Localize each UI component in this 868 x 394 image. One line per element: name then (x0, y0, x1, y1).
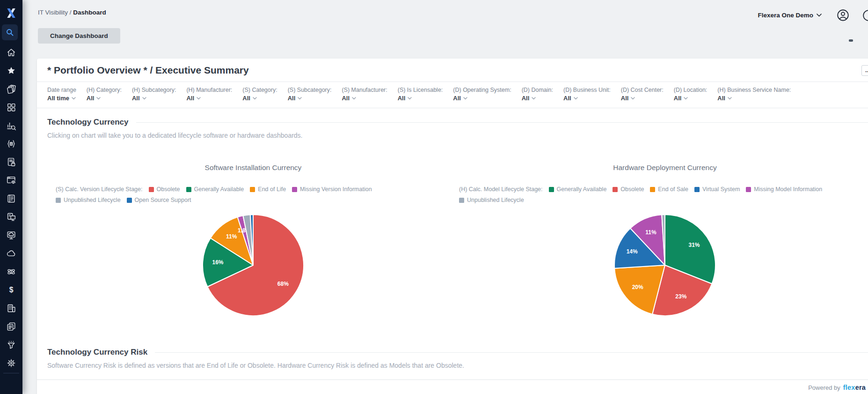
filter-value: All (674, 95, 682, 102)
legend-item[interactable]: Obsolete (613, 186, 644, 193)
sidebar-item-pages[interactable] (2, 317, 21, 335)
legend-title: (S) Calc. Version Lifecycle Stage: (56, 186, 143, 193)
account-switcher[interactable]: Flexera One Demo (758, 12, 822, 19)
filter-value: All (132, 95, 140, 102)
sidebar-item-app-fingerprint[interactable] (2, 171, 21, 189)
legend-item[interactable]: End of Sale (650, 186, 688, 193)
filter-d-cost-center: (D) Cost Center: All (621, 87, 664, 102)
filter-value: All (242, 95, 250, 102)
legend-item[interactable]: Generally Available (186, 186, 244, 193)
filter-value-dropdown[interactable]: All (398, 95, 443, 102)
chevron-down-icon (352, 97, 356, 100)
page-title: * Portfolio Overview * / Executive Summa… (47, 65, 249, 76)
hardware-currency-chart: Hardware Deployment Currency(H) Calc. Mo… (459, 149, 868, 321)
notification-dot (849, 39, 853, 42)
filter-value-dropdown[interactable]: All (132, 95, 176, 102)
pie-slice-label: 14% (627, 248, 638, 255)
sidebar-item-catalog[interactable] (2, 80, 21, 98)
legend-swatch (127, 198, 132, 203)
software-currency-chart: Software Installation Currency(S) Calc. … (47, 149, 459, 321)
sidebar-item-monitor-cloud[interactable] (2, 226, 21, 244)
filter-bar: Date range All time(H) Category: All(H) … (37, 82, 868, 108)
sidebar-item-spend[interactable]: $ (2, 281, 21, 299)
sidebar-item-dashboard[interactable] (2, 98, 21, 116)
help-icon[interactable] (862, 9, 868, 22)
filter-value-dropdown[interactable]: All (342, 95, 387, 102)
footer: Powered by flexera (37, 379, 868, 394)
legend-label: Generally Available (194, 186, 244, 193)
filter-h-category: (H) Category: All (87, 87, 122, 102)
filter-label: (D) Business Unit: (563, 87, 611, 93)
section-heading: Technology Currency (47, 118, 129, 127)
chevron-down-icon (298, 97, 302, 100)
legend-item[interactable]: Generally Available (549, 186, 607, 193)
sidebar-item-settings[interactable] (2, 354, 21, 372)
chevron-down-icon (574, 97, 578, 100)
sidebar-item-home[interactable] (2, 43, 21, 61)
sidebar-item-cloud[interactable] (2, 244, 21, 262)
legend-label: Obsolete (620, 186, 644, 193)
legend-label: Open Source Support (135, 197, 191, 203)
card-menu-button[interactable]: ... (861, 65, 868, 76)
pages-icon (6, 321, 16, 332)
pie-slice-label: 68% (277, 281, 289, 287)
filter-value-dropdown[interactable]: All (87, 95, 122, 102)
user-avatar-icon[interactable] (837, 9, 849, 22)
breadcrumb-section[interactable]: IT Visibility (38, 9, 68, 16)
flexera-logo-icon[interactable] (5, 7, 18, 20)
filter-value-dropdown[interactable]: All (186, 95, 232, 102)
filter-label: (D) Domain: (522, 87, 553, 93)
legend-item[interactable]: Open Source Support (127, 197, 191, 203)
filter-label: (S) Category: (242, 87, 277, 93)
chevron-down-icon (817, 14, 822, 17)
section-subtitle: Clicking on chart will take you to a ded… (37, 132, 868, 139)
sidebar-item-funnel[interactable] (2, 335, 21, 354)
filter-value-dropdown[interactable]: All (453, 95, 511, 102)
pie-chart[interactable]: 68%16%11%1.8% (197, 211, 309, 321)
filter-s-category: (S) Category: All (242, 87, 277, 102)
filter-value-dropdown[interactable]: All (242, 95, 277, 102)
sidebar-item-code[interactable] (2, 134, 21, 153)
pie-chart[interactable]: 31%23%20%14%11% (609, 211, 721, 321)
filter-value-dropdown[interactable]: All time (47, 95, 76, 102)
filter-value-dropdown[interactable]: All (563, 95, 611, 102)
pie-slice-label: 16% (212, 259, 223, 266)
legend-item[interactable]: Unpublished Lifecycle (56, 197, 121, 203)
chart-search-icon (6, 120, 16, 131)
legend-title: (H) Calc. Model Lifecycle Stage: (459, 186, 543, 193)
legend-item[interactable]: End of Life (250, 186, 286, 193)
sidebar-item-report[interactable] (2, 189, 21, 208)
sidebar-item-document-lock[interactable] (2, 153, 21, 171)
filter-value-dropdown[interactable]: All (717, 95, 791, 102)
filter-value-dropdown[interactable]: All (522, 95, 553, 102)
sidebar-item-organization[interactable] (2, 299, 21, 317)
filter-value-dropdown[interactable]: All (621, 95, 664, 102)
legend-item[interactable]: Missing Version Information (292, 186, 372, 193)
filter-label: (H) Category: (87, 87, 122, 93)
sidebar-item-automation[interactable] (2, 262, 21, 281)
settings-icon (6, 358, 16, 368)
sidebar-item-search[interactable] (2, 24, 18, 40)
pie-slice-label: 31% (688, 242, 700, 248)
legend-item[interactable]: Unpublished Lifecycle (459, 197, 524, 203)
legend-item[interactable]: Obsolete (149, 186, 180, 193)
chevron-down-icon (96, 97, 101, 100)
app-fingerprint-icon (6, 175, 16, 186)
sidebar-item-favorites[interactable] (2, 61, 21, 80)
chevron-down-icon (72, 97, 76, 100)
filter-s-manufacturer: (S) Manufacturer: All (342, 87, 387, 102)
filter-value: All (342, 95, 350, 102)
filter-d-location: (D) Location: All (674, 87, 708, 102)
svg-text:$: $ (9, 286, 14, 294)
legend-item[interactable]: Missing Model Information (746, 186, 822, 193)
filter-value-dropdown[interactable]: All (288, 95, 332, 102)
sidebar-item-devices[interactable] (2, 208, 21, 226)
chevron-down-icon (142, 97, 146, 100)
chevron-down-icon (408, 97, 412, 100)
sidebar-item-chart-search[interactable] (2, 116, 21, 134)
filter-value: All (453, 95, 461, 102)
change-dashboard-button[interactable]: Change Dashboard (38, 28, 120, 44)
legend-item[interactable]: Virtual System (694, 186, 740, 193)
filter-value-dropdown[interactable]: All (674, 95, 708, 102)
breadcrumb-page: Dashboard (73, 9, 106, 16)
